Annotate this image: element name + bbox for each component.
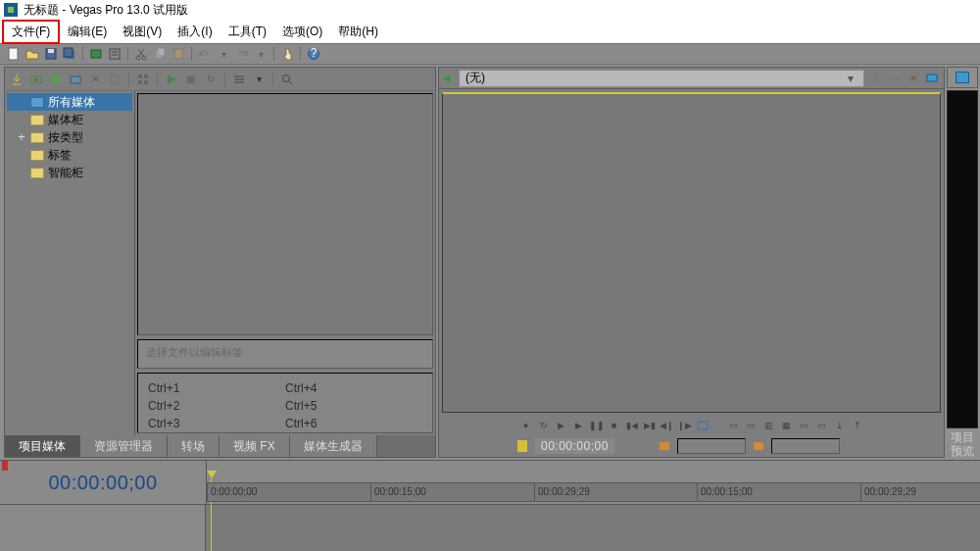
menu-tools[interactable]: 工具(T) — [220, 22, 274, 42]
app-icon — [4, 3, 18, 17]
shortcut-label: Ctrl+2 — [148, 399, 285, 413]
save-all-icon[interactable] — [62, 46, 77, 62]
playhead-icon[interactable] — [207, 471, 217, 478]
safe-icon[interactable]: ▦ — [780, 419, 794, 432]
media-toolbar: ✕ ↻ ▾ — [5, 68, 435, 91]
svg-rect-0 — [9, 48, 18, 60]
tree-tags[interactable]: 标签 — [7, 146, 132, 164]
stop-icon[interactable] — [183, 72, 199, 87]
touch-icon[interactable] — [279, 46, 295, 62]
menu-options[interactable]: 选项(O) — [274, 22, 330, 42]
pause-icon[interactable]: ❚❚ — [590, 419, 604, 432]
monitor-icon — [956, 72, 969, 83]
paste-icon[interactable] — [171, 46, 186, 62]
loop-icon[interactable]: ↻ — [537, 419, 551, 432]
go-end-icon[interactable]: ▶▮ — [643, 419, 657, 432]
open-icon[interactable] — [24, 46, 40, 62]
list-drop-icon[interactable]: ▾ — [251, 72, 267, 87]
track-headers[interactable] — [0, 504, 206, 551]
autoplay-icon[interactable]: ↻ — [203, 72, 219, 87]
svg-rect-13 — [174, 49, 182, 59]
capture-icon[interactable] — [28, 72, 44, 87]
prev-arrow-icon[interactable]: ◀ — [439, 73, 455, 83]
svg-line-30 — [289, 81, 292, 84]
help-icon[interactable]: ? — [306, 46, 321, 62]
tab-generators[interactable]: 媒体生成器 — [290, 435, 377, 457]
go-start-icon[interactable]: ▮◀ — [625, 419, 639, 432]
redo-drop-icon[interactable]: ▾ — [253, 46, 269, 62]
close-icon[interactable]: ✕ — [906, 71, 921, 86]
get-media-icon[interactable] — [48, 72, 64, 87]
stop-icon[interactable]: ■ — [608, 419, 621, 432]
in-point-field[interactable] — [677, 438, 746, 454]
svg-rect-12 — [158, 48, 165, 56]
copy-frame-icon[interactable]: ▭ — [798, 419, 811, 432]
out-point-field[interactable] — [771, 438, 840, 454]
menu-file[interactable]: 文件(F) — [2, 20, 60, 44]
in-icon[interactable]: ⤓ — [833, 419, 847, 432]
svg-rect-23 — [138, 80, 142, 84]
tab-transitions[interactable]: 转场 — [168, 435, 220, 457]
quality-icon[interactable]: ▭ — [727, 419, 741, 432]
import-icon[interactable] — [9, 72, 24, 87]
tree-smart-bins[interactable]: 智能柜 — [7, 164, 132, 181]
region-marker-icon[interactable] — [2, 461, 8, 471]
fx-icon[interactable] — [68, 72, 83, 87]
menu-help[interactable]: 帮助(H) — [330, 22, 386, 42]
prev-frame-icon[interactable]: ◀❙ — [661, 419, 674, 432]
svg-rect-25 — [187, 75, 195, 83]
undo-icon[interactable] — [197, 46, 213, 62]
tree-by-type[interactable]: +按类型 — [7, 128, 132, 146]
media-list-area[interactable] — [137, 93, 433, 335]
menu-view[interactable]: 视图(V) — [115, 22, 170, 42]
save-frame-icon[interactable]: ▭ — [815, 419, 829, 432]
tab-video-fx[interactable]: 视频 FX — [220, 435, 290, 457]
play-icon[interactable]: ▶ — [572, 419, 586, 432]
folder-icon — [30, 115, 44, 125]
scale-icon[interactable]: ▭ — [745, 419, 759, 432]
loop-region-icon[interactable] — [696, 419, 710, 432]
svg-rect-21 — [138, 75, 142, 78]
shortcuts-panel: Ctrl+1 Ctrl+2 Ctrl+3 Ctrl+4 Ctrl+5 Ctrl+… — [137, 373, 433, 433]
tree-all-media[interactable]: 所有媒体 — [7, 93, 132, 111]
play-start-icon[interactable]: ▶ — [555, 419, 568, 432]
menu-edit[interactable]: 编辑(E) — [60, 22, 115, 42]
menu-insert[interactable]: 插入(I) — [170, 22, 220, 42]
record-icon[interactable]: ● — [519, 419, 533, 432]
tab-explorer[interactable]: 资源管理器 — [80, 435, 168, 457]
marker-b-icon — [754, 442, 763, 450]
new-icon[interactable] — [6, 46, 22, 62]
track-area[interactable] — [206, 504, 980, 551]
ruler-tick: 00:00:15;00 — [697, 482, 753, 502]
monitor-select[interactable] — [947, 67, 978, 88]
cut-icon[interactable] — [133, 46, 149, 62]
tab-project-media[interactable]: 项目媒体 — [5, 435, 80, 457]
render-icon[interactable] — [88, 46, 104, 62]
play-icon[interactable] — [164, 72, 179, 87]
timeline-timecode[interactable]: 00:00:00;00 — [48, 472, 157, 494]
list-view-icon[interactable] — [231, 72, 247, 87]
remove-icon[interactable]: ✕ — [87, 72, 103, 87]
timecode-display[interactable]: 00:00:00;00 — [535, 438, 614, 454]
copy-icon[interactable] — [152, 46, 168, 62]
fx-chain-icon[interactable] — [887, 71, 903, 86]
next-frame-icon[interactable]: ❙▶ — [678, 419, 692, 432]
folder-icon — [30, 97, 44, 108]
preview-dropdown[interactable]: (无) ▾ — [459, 70, 864, 87]
overlay-icon[interactable]: ▥ — [762, 419, 776, 432]
search-icon[interactable] — [279, 72, 295, 87]
external-monitor-icon[interactable] — [924, 71, 940, 86]
split-icon[interactable] — [868, 71, 884, 86]
props-icon[interactable] — [107, 72, 122, 87]
tree-media-bins[interactable]: 媒体柜 — [7, 111, 132, 128]
video-preview[interactable] — [442, 92, 941, 413]
redo-icon[interactable] — [234, 46, 250, 62]
properties-icon[interactable] — [107, 46, 122, 62]
undo-drop-icon[interactable]: ▾ — [216, 46, 231, 62]
out-icon[interactable]: ⤒ — [851, 419, 864, 432]
scopes-panel[interactable] — [947, 90, 978, 428]
svg-rect-24 — [144, 80, 148, 84]
ruler[interactable]: 0:00:00;00 00:00:15;00 00:00:29;29 00:00… — [206, 461, 980, 504]
save-icon[interactable] — [43, 46, 59, 62]
views-icon[interactable] — [135, 72, 151, 87]
